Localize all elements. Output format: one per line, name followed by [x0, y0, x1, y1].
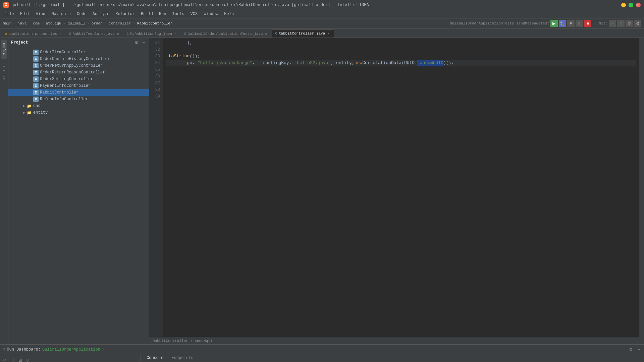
class-icon: C [33, 63, 39, 68]
tree-ordersettingcontroller[interactable]: C OrderSettingController [8, 76, 149, 82]
close-tab-3[interactable]: ✕ [173, 32, 177, 36]
menu-item-vcs[interactable]: VCS [188, 11, 201, 17]
nav-bar: main › java › com › atguigu › gulimall ›… [0, 18, 644, 28]
code-content[interactable]: ); .toString()); ge: "hello-java-exchang… [163, 38, 639, 337]
tree-orderreturnreasoncontroller[interactable]: C OrderReturnReasonController [8, 69, 149, 76]
breadcrumb-gulimall[interactable]: gulimall [67, 21, 85, 25]
run-restart-button[interactable]: ↺ [2, 357, 8, 362]
console-panel: Console Endpoints 2020-02-08 20:06:23.27… [141, 354, 644, 362]
project-sidebar: Project ⚙ − C OrderItemController C Orde… [8, 38, 149, 344]
pause-button[interactable]: ⏸ [576, 20, 583, 27]
git-history[interactable]: ↺ [626, 20, 633, 27]
menu-item-view[interactable]: View [33, 11, 48, 17]
window-controls[interactable]: ─ □ ✕ [621, 3, 641, 7]
run-stop-all-button[interactable]: ⏸ [9, 357, 16, 362]
tree-dao[interactable]: ▶ 📁 dao [8, 103, 149, 109]
menu-item-tools[interactable]: Tools [170, 11, 187, 17]
code-line-39 [166, 93, 636, 100]
tab-bar: ⚙ application.properties ✕ C RabbitTempl… [0, 28, 644, 38]
breadcrumb-controller[interactable]: controller [109, 21, 131, 25]
menu-item-navigate[interactable]: Navigate [49, 11, 73, 17]
project-tree: C OrderItemController C OrderOperateHist… [8, 47, 149, 344]
right-margin [639, 38, 644, 344]
tree-orderoperatehistorycontroller[interactable]: C OrderOperateHistoryController [8, 56, 149, 62]
breadcrumb-java[interactable]: java [18, 21, 26, 25]
tree-paymentinfocontroller[interactable]: C PaymentInfoController [8, 82, 149, 89]
method-breadcrumb-bar: RabbitController › sendMq() [149, 337, 639, 344]
tree-entity[interactable]: ▶ 📁 entity [8, 109, 149, 116]
maximize-button[interactable]: □ [629, 3, 633, 7]
menu-item-run[interactable]: Run [156, 11, 169, 17]
close-tab-1[interactable]: ✕ [58, 32, 62, 36]
breadcrumb-com[interactable]: com [33, 21, 40, 25]
breadcrumb-order[interactable]: order [92, 21, 103, 25]
run-toolbar: ↺ ⏸ ⊞ ▽ [0, 356, 141, 362]
run-collapse-button[interactable]: ⊞ [17, 357, 23, 362]
run-config-label: GulimallOrderApplicationTests.sendMessag… [450, 21, 549, 25]
close-tab-2[interactable]: ✕ [116, 32, 120, 36]
sidebar-header: Project ⚙ − [8, 38, 149, 47]
structure-tab[interactable]: Structure [1, 61, 7, 84]
sidebar-collapse-button[interactable]: − [141, 39, 146, 46]
endpoints-tab[interactable]: Endpoints [167, 354, 197, 362]
menu-item-file[interactable]: File [2, 11, 17, 17]
tree-orderitemcontroller[interactable]: C OrderItemController [8, 49, 149, 56]
tree-refundinfocontroller[interactable]: C RefundInfoController [8, 96, 149, 103]
close-tab-icon[interactable]: ✕ [102, 347, 104, 352]
sidebar-gear-button[interactable]: ⚙ [133, 39, 140, 46]
tree-orderreturnapplycontroller[interactable]: C OrderReturnApplyController [8, 62, 149, 69]
java-icon-1: C [69, 32, 71, 36]
tab-gulimall-tests[interactable]: C GulimallOrderApplicationTests.java ✕ [181, 30, 271, 38]
editor-content: 31 32 33 34 35 36 37 38 39 ); .toString(… [149, 38, 639, 337]
debug-button[interactable]: 🐛 [559, 20, 566, 27]
tab-rabbittemplate[interactable]: C RabbitTemplate.java ✕ [66, 30, 123, 38]
menu-bar: FileEditViewNavigateCodeAnalyzeRefactorB… [0, 10, 644, 18]
class-icon: C [33, 76, 39, 82]
class-icon: C [33, 97, 39, 102]
menu-item-analyze[interactable]: Analyze [90, 11, 112, 17]
minimize-panel-button[interactable]: − [636, 346, 641, 353]
tab-myrabbitconfig[interactable]: C MyRabbitConfig.java ✕ [123, 30, 181, 38]
class-icon: C [33, 56, 39, 62]
git-checkmark2[interactable]: ✓ [617, 20, 625, 27]
code-line-34: ge: "hello-java-exchange", routingKey: "… [166, 60, 636, 66]
more-run-options[interactable]: ▼ [567, 20, 575, 27]
close-tab-5[interactable]: ✕ [326, 32, 330, 36]
console-tab-bar: Console Endpoints [141, 354, 644, 362]
tab-application-properties[interactable]: ⚙ application.properties ✕ [2, 30, 66, 38]
menu-item-edit[interactable]: Edit [17, 11, 33, 17]
project-tab[interactable]: Project [1, 40, 7, 59]
breadcrumb-main[interactable]: main [3, 21, 11, 25]
code-line-32 [166, 46, 636, 53]
close-button[interactable]: ✕ [636, 3, 641, 7]
app-icon: I [3, 2, 9, 8]
git-label: Git: [599, 21, 608, 25]
breadcrumb-atguigu[interactable]: atguigu [46, 21, 61, 25]
run-config-name: GulimallOrderApplication [42, 347, 100, 352]
tab-rabbitcontroller[interactable]: C RabbitController.java ✕ [272, 29, 334, 38]
props-icon: ⚙ [5, 32, 7, 36]
stop-button[interactable]: ■ [584, 20, 591, 27]
run-button[interactable]: ▶ [550, 20, 558, 27]
run-filter-button[interactable]: ▽ [24, 357, 31, 362]
minimize-button[interactable]: ─ [621, 3, 626, 7]
separator: | [592, 21, 598, 25]
console-tab[interactable]: Console [143, 354, 167, 362]
code-line-36 [166, 73, 636, 80]
git-checkmark1[interactable]: ✓ [609, 20, 616, 27]
breadcrumb-rabbitcontroller[interactable]: RabbitController [137, 21, 173, 25]
settings-icon[interactable]: ⚙ [628, 346, 634, 353]
menu-item-build[interactable]: Build [138, 11, 156, 17]
settings-button[interactable]: ⚙ [634, 20, 641, 27]
menu-item-window[interactable]: Window [201, 11, 221, 17]
tree-rabbitcontroller[interactable]: C RabbitController [8, 89, 149, 96]
bottom-panel: ⚙ Run Dashboard: GulimallOrderApplicatio… [0, 344, 644, 362]
bottom-header-controls: ⚙ − [628, 346, 641, 353]
close-tab-4[interactable]: ✕ [264, 32, 268, 36]
menu-item-refactor[interactable]: Refactor [113, 11, 138, 17]
menu-item-help[interactable]: Help [221, 11, 236, 17]
menu-item-code[interactable]: Code [74, 11, 89, 17]
java-icon-3: C [184, 32, 186, 36]
code-editor: 31 32 33 34 35 36 37 38 39 ); .toString(… [149, 38, 639, 344]
title-bar: I gulimall [F:\gulimall] – …\gulimall-or… [0, 0, 644, 10]
